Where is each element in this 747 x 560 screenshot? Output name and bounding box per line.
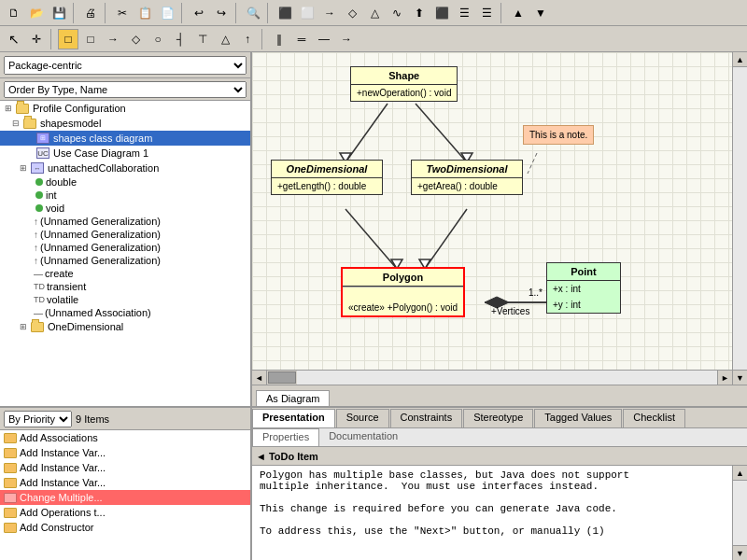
tb12[interactable]: ▼ bbox=[530, 3, 551, 23]
tree-item-usecase[interactable]: UC Use Case Diagram 1 bbox=[0, 146, 250, 161]
priority-item-5[interactable]: Add Operations t... bbox=[0, 505, 250, 520]
arrow-tool[interactable]: → bbox=[103, 29, 123, 49]
diagram-scroll-right[interactable]: ► bbox=[717, 371, 732, 385]
tree-item-ugen3[interactable]: ↑ (Unnamed Generalization) bbox=[0, 241, 250, 254]
tree-item-transient[interactable]: TD transient bbox=[0, 280, 250, 293]
tb9[interactable]: ☰ bbox=[454, 3, 474, 23]
tree-item-shapes-class[interactable]: ⊞ shapes class diagram bbox=[0, 131, 250, 146]
redo-btn[interactable]: ↪ bbox=[211, 3, 232, 23]
priority-item-6[interactable]: Add Constructor bbox=[0, 520, 250, 535]
tree-item-ugen1[interactable]: ↑ (Unnamed Generalization) bbox=[0, 215, 250, 228]
package-header: Package-centric bbox=[0, 52, 250, 78]
copy-btn[interactable]: 📋 bbox=[134, 3, 155, 23]
priority-item-4[interactable]: Change Multiple... bbox=[0, 490, 250, 505]
tab-presentation[interactable]: Presentation bbox=[252, 409, 335, 427]
paste-btn[interactable]: 📄 bbox=[157, 3, 177, 23]
new-btn[interactable]: 🗋 bbox=[4, 3, 24, 23]
up-arrow-tool[interactable]: △ bbox=[215, 29, 235, 49]
rect-tool[interactable]: □ bbox=[80, 29, 101, 49]
tree-item-onedim[interactable]: ⊞ OneDimensional bbox=[0, 319, 250, 334]
tb5[interactable]: △ bbox=[364, 3, 385, 23]
circle-tool[interactable]: ○ bbox=[148, 29, 168, 49]
priority-item-2[interactable]: Add Instance Var... bbox=[0, 460, 250, 475]
subtab-properties[interactable]: Properties bbox=[252, 428, 319, 446]
cut-btn[interactable]: ✂ bbox=[112, 3, 133, 23]
tree-item-void[interactable]: void bbox=[0, 202, 250, 215]
diagram-area[interactable]: Shape +newOperation() : void OneDimensio… bbox=[252, 52, 747, 385]
class-polygon-create: «create» +Polygon() : void bbox=[343, 300, 463, 315]
tree-item-profile[interactable]: ⊞ Profile Configuration bbox=[0, 101, 250, 116]
subtab-documentation[interactable]: Documentation bbox=[319, 428, 407, 446]
select-tool[interactable]: ↖ bbox=[4, 29, 24, 49]
class-twodim[interactable]: TwoDimensional +getArea() : double bbox=[411, 160, 523, 195]
main-area: Package-centric Order By Type, Name ⊞ Pr… bbox=[0, 52, 747, 560]
crosshair-tool[interactable]: ✛ bbox=[26, 29, 47, 49]
tree-item-shapesmodel[interactable]: ⊟ shapesmodel bbox=[0, 116, 250, 131]
hline-tool[interactable]: ═ bbox=[291, 29, 312, 49]
td-icon-transient: TD bbox=[34, 282, 45, 291]
tree-item-ugen2[interactable]: ↑ (Unnamed Generalization) bbox=[0, 228, 250, 241]
print-btn[interactable]: 🖨 bbox=[80, 3, 101, 23]
open-btn[interactable]: 📂 bbox=[26, 3, 47, 23]
tab-stereotype[interactable]: Stereotype bbox=[463, 409, 533, 427]
order-by-select[interactable]: Order By Type, Name bbox=[4, 81, 247, 98]
tab-constraints[interactable]: Constraints bbox=[390, 409, 463, 427]
svg-line-11 bbox=[528, 153, 537, 174]
undo-btn[interactable]: ↩ bbox=[189, 3, 209, 23]
tree-item-ugen4[interactable]: ↑ (Unnamed Generalization) bbox=[0, 254, 250, 267]
tb6[interactable]: ∿ bbox=[387, 3, 407, 23]
tree-item-create[interactable]: — create bbox=[0, 267, 250, 280]
diagram-scroll-up[interactable]: ▲ bbox=[733, 52, 747, 67]
tab-as-diagram[interactable]: As Diagram bbox=[256, 390, 330, 406]
diagram-scroll-left[interactable]: ◄ bbox=[252, 371, 267, 385]
tree-item-volatile[interactable]: TD volatile bbox=[0, 293, 250, 306]
content-scroll-down[interactable]: ▼ bbox=[733, 545, 747, 560]
tb1[interactable]: ⬛ bbox=[275, 3, 295, 23]
diag-hline-tool[interactable]: — bbox=[314, 29, 334, 49]
tab-source[interactable]: Source bbox=[336, 409, 389, 427]
diagram-scroll-down[interactable]: ▼ bbox=[733, 370, 747, 385]
expander-onedim: ⊞ bbox=[17, 322, 30, 331]
todo-header: ◄ ToDo Item bbox=[252, 447, 747, 466]
content-scroll-up[interactable]: ▲ bbox=[733, 466, 747, 481]
save-btn[interactable]: 💾 bbox=[49, 3, 69, 23]
tee-tool[interactable]: ┤ bbox=[170, 29, 190, 49]
p-folder-icon-3 bbox=[4, 478, 17, 488]
rect-fill-tool[interactable]: □ bbox=[58, 29, 78, 49]
toolbar-second: ↖ ✛ □ □ → ◇ ○ ┤ ⊤ △ ↑ ‖ ═ — → bbox=[0, 26, 747, 52]
priority-item-3[interactable]: Add Instance Var... bbox=[0, 475, 250, 490]
uarrow2-tool[interactable]: ↑ bbox=[237, 29, 258, 49]
priority-item-1[interactable]: Add Instance Var... bbox=[0, 445, 250, 460]
tb8[interactable]: ⬛ bbox=[431, 3, 452, 23]
diagram-icon: ⊞ bbox=[35, 132, 50, 145]
tb4[interactable]: ◇ bbox=[342, 3, 362, 23]
class-point[interactable]: Point +x : int +y : int bbox=[546, 262, 621, 314]
svg-line-4 bbox=[345, 209, 397, 269]
priority-select[interactable]: By Priority bbox=[4, 411, 72, 427]
tb7[interactable]: ⬆ bbox=[409, 3, 430, 23]
diamond-tool[interactable]: ◇ bbox=[125, 29, 146, 49]
priority-item-0[interactable]: Add Associations bbox=[0, 430, 250, 445]
tree-item-uassoc[interactable]: — (Unnamed Association) bbox=[0, 306, 250, 319]
tree-item-int[interactable]: int bbox=[0, 189, 250, 202]
usecase-icon: UC bbox=[35, 147, 50, 160]
tab-checklist[interactable]: Checklist bbox=[623, 409, 685, 427]
class-polygon[interactable]: Polygon «create» +Polygon() : void bbox=[341, 267, 465, 317]
tb3[interactable]: → bbox=[319, 3, 340, 23]
rarrow-tool[interactable]: → bbox=[336, 29, 357, 49]
tree-item-double[interactable]: double bbox=[0, 175, 250, 189]
class-onedim[interactable]: OneDimensional +getLength() : double bbox=[271, 160, 383, 195]
top-tee-tool[interactable]: ⊤ bbox=[192, 29, 213, 49]
find-btn[interactable]: 🔍 bbox=[243, 3, 263, 23]
tree-item-unattached[interactable]: ⊞ ↔ unattachedCollaboration bbox=[0, 161, 250, 175]
tb11[interactable]: ▲ bbox=[508, 3, 529, 23]
order-by-bar: Order By Type, Name bbox=[0, 78, 250, 101]
vline-tool[interactable]: ‖ bbox=[269, 29, 289, 49]
tb2[interactable]: ⬜ bbox=[297, 3, 317, 23]
connectors-svg bbox=[252, 52, 747, 385]
class-shape[interactable]: Shape +newOperation() : void bbox=[350, 66, 458, 102]
package-dropdown[interactable]: Package-centric bbox=[4, 56, 247, 75]
tb10[interactable]: ☰ bbox=[476, 3, 497, 23]
svg-line-2 bbox=[416, 104, 467, 162]
tab-tagged-values[interactable]: Tagged Values bbox=[534, 409, 622, 427]
